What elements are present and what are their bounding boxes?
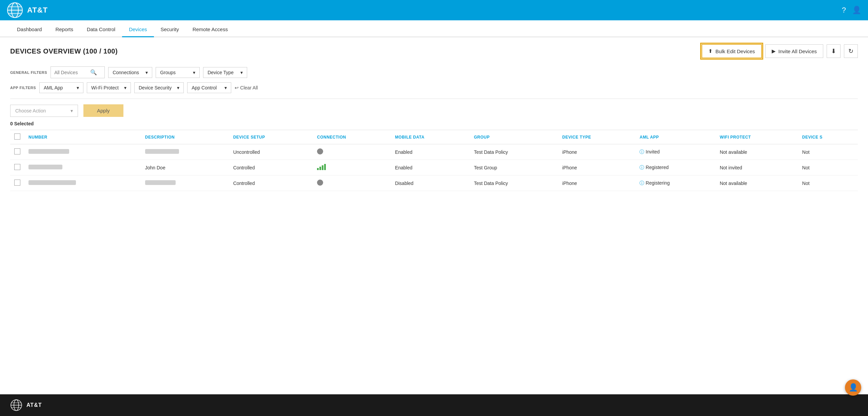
aml-app-label: AML App: [44, 85, 63, 90]
row2-device-security: Not: [798, 160, 858, 175]
row3-checkbox-cell: [10, 175, 24, 191]
app-filters-label: APP FILTERS: [10, 86, 36, 90]
download-icon: ⬇: [831, 48, 836, 55]
nav-item-dashboard[interactable]: Dashboard: [10, 22, 48, 37]
all-devices-search[interactable]: 🔍: [51, 66, 105, 78]
general-filters-label: GENERAL FILTERS: [10, 70, 47, 75]
bar4: [324, 164, 326, 170]
row2-device-type: iPhone: [558, 160, 635, 175]
row1-connection: [313, 144, 391, 160]
col-description: DESCRIPTION: [141, 130, 229, 144]
connections-label: Connections: [113, 70, 139, 75]
row1-wifi-protect: Not available: [716, 144, 798, 160]
download-button[interactable]: ⬇: [827, 44, 841, 58]
filters-section: GENERAL FILTERS 🔍 Connections ▾ Groups ▾…: [10, 66, 858, 93]
col-device-type: DEVICE TYPE: [558, 130, 635, 144]
nav-item-remote-access[interactable]: Remote Access: [186, 22, 235, 37]
main-content: DEVICES OVERVIEW (100 / 100) ⬆ Bulk Edit…: [0, 37, 868, 394]
connections-dropdown[interactable]: Connections ▾: [108, 67, 152, 78]
row1-connection-dot: [317, 148, 323, 154]
header-actions: ⬆ Bulk Edit Devices ▶ Invite All Devices…: [702, 44, 858, 58]
groups-dropdown[interactable]: Groups ▾: [156, 67, 200, 78]
selected-count-row: 0 Selected: [10, 121, 858, 126]
row3-description: [141, 175, 229, 191]
choose-action-dropdown[interactable]: Choose Action ▾: [10, 105, 78, 117]
row1-checkbox-cell: [10, 144, 24, 160]
aml-app-dropdown[interactable]: AML App ▾: [39, 82, 83, 93]
arrow-right-icon: ▶: [772, 48, 776, 54]
search-input[interactable]: [54, 70, 88, 75]
general-filter-row: GENERAL FILTERS 🔍 Connections ▾ Groups ▾…: [10, 66, 858, 78]
table-row: Uncontrolled Enabled Test Data Policy iP…: [10, 144, 858, 160]
app-control-chevron-icon: ▾: [224, 85, 227, 90]
row3-number-blurred: [28, 180, 76, 185]
select-all-checkbox[interactable]: [14, 133, 20, 140]
table-header-row: NUMBER DESCRIPTION DEVICE SETUP CONNECTI…: [10, 130, 858, 144]
row2-device-setup: Controlled: [229, 160, 313, 175]
user-icon[interactable]: 👤: [852, 6, 861, 15]
row3-description-blurred: [145, 180, 176, 185]
nav-item-security[interactable]: Security: [154, 22, 186, 37]
row3-wifi-protect: Not available: [716, 175, 798, 191]
help-icon[interactable]: ?: [842, 6, 846, 15]
chat-avatar-button[interactable]: 👤: [845, 379, 861, 396]
groups-chevron-icon: ▾: [193, 70, 195, 75]
bar1: [317, 168, 319, 170]
row1-aml-app: ⓘ Invited: [635, 144, 715, 160]
row3-device-setup: Controlled: [229, 175, 313, 191]
clear-icon: ↩: [235, 85, 239, 90]
nav-item-reports[interactable]: Reports: [48, 22, 80, 37]
choose-action-chevron-icon: ▾: [71, 108, 73, 113]
row3-aml-app: ⓘ Registering: [635, 175, 715, 191]
device-type-dropdown[interactable]: Device Type ▾: [203, 67, 247, 78]
upload-icon: ⬆: [708, 48, 713, 54]
aml-app-chevron-icon: ▾: [77, 85, 79, 90]
devices-table: NUMBER DESCRIPTION DEVICE SETUP CONNECTI…: [10, 130, 858, 191]
row3-mobile-data: Disabled: [391, 175, 470, 191]
row1-aml-question-icon: ⓘ: [639, 149, 644, 154]
filter-divider: [10, 99, 858, 99]
top-icons-area: ? 👤: [842, 6, 861, 15]
wifi-protect-dropdown[interactable]: Wi-Fi Protect ▾: [87, 82, 131, 93]
app-filter-row: APP FILTERS AML App ▾ Wi-Fi Protect ▾ De…: [10, 82, 858, 93]
row2-signal-bars: [317, 164, 326, 170]
row3-aml-question-icon: ⓘ: [639, 180, 644, 186]
row1-mobile-data: Enabled: [391, 144, 470, 160]
device-security-chevron-icon: ▾: [177, 85, 179, 90]
apply-button[interactable]: Apply: [83, 104, 123, 117]
nav-item-data-control[interactable]: Data Control: [80, 22, 122, 37]
col-group: GROUP: [470, 130, 558, 144]
bulk-edit-button[interactable]: ⬆ Bulk Edit Devices: [702, 44, 762, 58]
footer-brand-name: AT&T: [26, 402, 42, 408]
nav-item-devices[interactable]: Devices: [122, 22, 154, 37]
invite-all-label: Invite All Devices: [778, 48, 817, 54]
row2-aml-question-icon: ⓘ: [639, 165, 644, 170]
col-number: NUMBER: [24, 130, 141, 144]
connections-chevron-icon: ▾: [145, 70, 148, 75]
refresh-button[interactable]: ↻: [844, 44, 858, 58]
page-header: DEVICES OVERVIEW (100 / 100) ⬆ Bulk Edit…: [10, 44, 858, 58]
choose-action-placeholder: Choose Action: [15, 108, 46, 113]
invite-all-button[interactable]: ▶ Invite All Devices: [765, 44, 823, 58]
row1-device-setup: Uncontrolled: [229, 144, 313, 160]
row1-number: [24, 144, 141, 160]
footer: AT&T: [0, 394, 868, 416]
row1-number-blurred: [28, 149, 69, 154]
col-aml-app: AML APP: [635, 130, 715, 144]
groups-label: Groups: [160, 70, 176, 75]
row3-device-type: iPhone: [558, 175, 635, 191]
row2-group: Test Group: [470, 160, 558, 175]
row1-checkbox[interactable]: [14, 148, 20, 154]
row2-mobile-data: Enabled: [391, 160, 470, 175]
row2-connection: [313, 160, 391, 175]
selected-label: Selected: [14, 121, 34, 126]
row1-description-blurred: [145, 149, 179, 154]
device-security-dropdown[interactable]: Device Security ▾: [134, 82, 184, 93]
table-row: Controlled Disabled Test Data Policy iPh…: [10, 175, 858, 191]
row2-checkbox[interactable]: [14, 164, 20, 170]
app-control-dropdown[interactable]: App Control ▾: [187, 82, 231, 93]
row3-checkbox[interactable]: [14, 180, 20, 186]
col-device-security: DEVICE S: [798, 130, 858, 144]
clear-all-button[interactable]: ↩ Clear All: [235, 85, 258, 90]
row3-number: [24, 175, 141, 191]
